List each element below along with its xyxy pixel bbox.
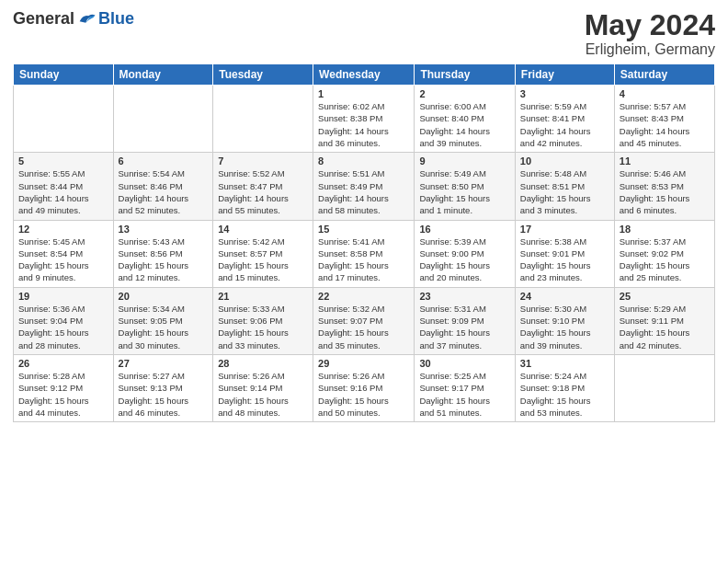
calendar-cell <box>213 86 313 153</box>
day-info: Sunrise: 5:24 AM Sunset: 9:18 PM Dayligh… <box>520 370 609 419</box>
calendar-header-thursday: Thursday <box>415 64 515 86</box>
day-number: 11 <box>620 155 710 167</box>
day-number: 29 <box>318 358 409 369</box>
calendar-cell: 29Sunrise: 5:26 AM Sunset: 9:16 PM Dayli… <box>313 354 415 421</box>
logo-general: General <box>13 9 74 29</box>
calendar-week-1: 1Sunrise: 6:02 AM Sunset: 8:38 PM Daylig… <box>14 86 715 153</box>
calendar-cell: 18Sunrise: 5:37 AM Sunset: 9:02 PM Dayli… <box>614 220 714 287</box>
calendar-cell: 31Sunrise: 5:24 AM Sunset: 9:18 PM Dayli… <box>515 354 614 421</box>
main-title: May 2024 <box>585 9 715 41</box>
day-info: Sunrise: 5:26 AM Sunset: 9:16 PM Dayligh… <box>318 370 409 419</box>
day-number: 23 <box>419 291 509 302</box>
logo-bird-icon <box>76 11 97 28</box>
calendar-cell: 10Sunrise: 5:48 AM Sunset: 8:51 PM Dayli… <box>515 153 614 220</box>
day-info: Sunrise: 5:43 AM Sunset: 8:56 PM Dayligh… <box>119 236 209 284</box>
day-info: Sunrise: 6:02 AM Sunset: 8:38 PM Dayligh… <box>318 100 409 149</box>
calendar-header-monday: Monday <box>113 64 213 86</box>
calendar-cell: 4Sunrise: 5:57 AM Sunset: 8:43 PM Daylig… <box>614 86 714 153</box>
calendar-cell: 8Sunrise: 5:51 AM Sunset: 8:49 PM Daylig… <box>313 153 415 220</box>
calendar-table: SundayMondayTuesdayWednesdayThursdayFrid… <box>13 63 715 422</box>
calendar-cell: 16Sunrise: 5:39 AM Sunset: 9:00 PM Dayli… <box>415 220 515 287</box>
day-number: 26 <box>18 358 108 369</box>
calendar-cell: 22Sunrise: 5:32 AM Sunset: 9:07 PM Dayli… <box>313 287 415 354</box>
day-number: 20 <box>119 291 209 302</box>
day-number: 16 <box>419 224 509 235</box>
day-number: 2 <box>419 88 509 99</box>
day-number: 24 <box>520 291 609 302</box>
day-info: Sunrise: 5:34 AM Sunset: 9:05 PM Dayligh… <box>119 303 209 351</box>
day-number: 13 <box>119 224 209 235</box>
day-info: Sunrise: 5:54 AM Sunset: 8:46 PM Dayligh… <box>119 167 209 216</box>
day-number: 3 <box>520 88 609 99</box>
day-info: Sunrise: 5:26 AM Sunset: 9:14 PM Dayligh… <box>218 370 308 419</box>
calendar-header-tuesday: Tuesday <box>213 64 313 86</box>
day-info: Sunrise: 5:49 AM Sunset: 8:50 PM Dayligh… <box>419 167 509 216</box>
day-info: Sunrise: 5:57 AM Sunset: 8:43 PM Dayligh… <box>620 100 710 149</box>
calendar-cell: 26Sunrise: 5:28 AM Sunset: 9:12 PM Dayli… <box>14 354 114 421</box>
calendar-header-sunday: Sunday <box>14 64 114 86</box>
day-number: 1 <box>318 88 409 99</box>
day-number: 19 <box>18 291 108 302</box>
day-info: Sunrise: 5:28 AM Sunset: 9:12 PM Dayligh… <box>18 370 108 419</box>
calendar-cell: 3Sunrise: 5:59 AM Sunset: 8:41 PM Daylig… <box>515 86 614 153</box>
day-number: 21 <box>218 291 308 302</box>
day-number: 4 <box>620 88 710 99</box>
calendar-cell: 17Sunrise: 5:38 AM Sunset: 9:01 PM Dayli… <box>515 220 614 287</box>
day-info: Sunrise: 5:38 AM Sunset: 9:01 PM Dayligh… <box>520 236 609 284</box>
calendar-header-friday: Friday <box>515 64 614 86</box>
day-info: Sunrise: 5:48 AM Sunset: 8:51 PM Dayligh… <box>520 167 609 216</box>
day-number: 7 <box>218 155 308 167</box>
calendar-cell: 30Sunrise: 5:25 AM Sunset: 9:17 PM Dayli… <box>415 354 515 421</box>
day-info: Sunrise: 5:27 AM Sunset: 9:13 PM Dayligh… <box>119 370 209 419</box>
day-info: Sunrise: 5:32 AM Sunset: 9:07 PM Dayligh… <box>318 303 409 351</box>
day-info: Sunrise: 6:00 AM Sunset: 8:40 PM Dayligh… <box>419 100 509 149</box>
logo-blue: Blue <box>98 9 134 29</box>
calendar-cell: 13Sunrise: 5:43 AM Sunset: 8:56 PM Dayli… <box>113 220 213 287</box>
calendar-cell: 20Sunrise: 5:34 AM Sunset: 9:05 PM Dayli… <box>113 287 213 354</box>
day-number: 5 <box>18 155 108 167</box>
day-info: Sunrise: 5:39 AM Sunset: 9:00 PM Dayligh… <box>419 236 509 284</box>
header: General Blue May 2024 Erligheim, Germany <box>13 9 715 58</box>
day-number: 8 <box>318 155 409 167</box>
calendar-week-5: 26Sunrise: 5:28 AM Sunset: 9:12 PM Dayli… <box>14 354 715 421</box>
calendar-cell: 19Sunrise: 5:36 AM Sunset: 9:04 PM Dayli… <box>14 287 114 354</box>
day-info: Sunrise: 5:33 AM Sunset: 9:06 PM Dayligh… <box>218 303 308 351</box>
day-number: 15 <box>318 224 409 235</box>
calendar-week-4: 19Sunrise: 5:36 AM Sunset: 9:04 PM Dayli… <box>14 287 715 354</box>
day-info: Sunrise: 5:55 AM Sunset: 8:44 PM Dayligh… <box>18 167 108 216</box>
calendar-cell <box>113 86 213 153</box>
day-number: 9 <box>419 155 509 167</box>
day-info: Sunrise: 5:46 AM Sunset: 8:53 PM Dayligh… <box>620 167 710 216</box>
day-info: Sunrise: 5:25 AM Sunset: 9:17 PM Dayligh… <box>419 370 509 419</box>
day-info: Sunrise: 5:31 AM Sunset: 9:09 PM Dayligh… <box>419 303 509 351</box>
day-info: Sunrise: 5:41 AM Sunset: 8:58 PM Dayligh… <box>318 236 409 284</box>
calendar-cell: 7Sunrise: 5:52 AM Sunset: 8:47 PM Daylig… <box>213 153 313 220</box>
day-info: Sunrise: 5:29 AM Sunset: 9:11 PM Dayligh… <box>620 303 710 351</box>
day-number: 17 <box>520 224 609 235</box>
day-number: 30 <box>419 358 509 369</box>
calendar-cell: 12Sunrise: 5:45 AM Sunset: 8:54 PM Dayli… <box>14 220 114 287</box>
logo: General Blue <box>13 9 134 29</box>
day-info: Sunrise: 5:59 AM Sunset: 8:41 PM Dayligh… <box>520 100 609 149</box>
calendar-cell: 1Sunrise: 6:02 AM Sunset: 8:38 PM Daylig… <box>313 86 415 153</box>
day-number: 12 <box>18 224 108 235</box>
day-number: 6 <box>119 155 209 167</box>
calendar-cell: 2Sunrise: 6:00 AM Sunset: 8:40 PM Daylig… <box>415 86 515 153</box>
calendar-header-row: SundayMondayTuesdayWednesdayThursdayFrid… <box>14 64 715 86</box>
day-info: Sunrise: 5:52 AM Sunset: 8:47 PM Dayligh… <box>218 167 308 216</box>
day-number: 14 <box>218 224 308 235</box>
calendar-cell: 27Sunrise: 5:27 AM Sunset: 9:13 PM Dayli… <box>113 354 213 421</box>
day-number: 18 <box>620 224 710 235</box>
calendar-cell: 15Sunrise: 5:41 AM Sunset: 8:58 PM Dayli… <box>313 220 415 287</box>
page: General Blue May 2024 Erligheim, Germany… <box>0 0 728 563</box>
calendar-cell: 28Sunrise: 5:26 AM Sunset: 9:14 PM Dayli… <box>213 354 313 421</box>
day-info: Sunrise: 5:36 AM Sunset: 9:04 PM Dayligh… <box>18 303 108 351</box>
title-block: May 2024 Erligheim, Germany <box>585 9 715 58</box>
subtitle: Erligheim, Germany <box>585 41 715 58</box>
calendar-header-saturday: Saturday <box>614 64 714 86</box>
calendar-week-2: 5Sunrise: 5:55 AM Sunset: 8:44 PM Daylig… <box>14 153 715 220</box>
calendar-header-wednesday: Wednesday <box>313 64 415 86</box>
day-info: Sunrise: 5:42 AM Sunset: 8:57 PM Dayligh… <box>218 236 308 284</box>
day-number: 27 <box>119 358 209 369</box>
day-info: Sunrise: 5:37 AM Sunset: 9:02 PM Dayligh… <box>620 236 710 284</box>
